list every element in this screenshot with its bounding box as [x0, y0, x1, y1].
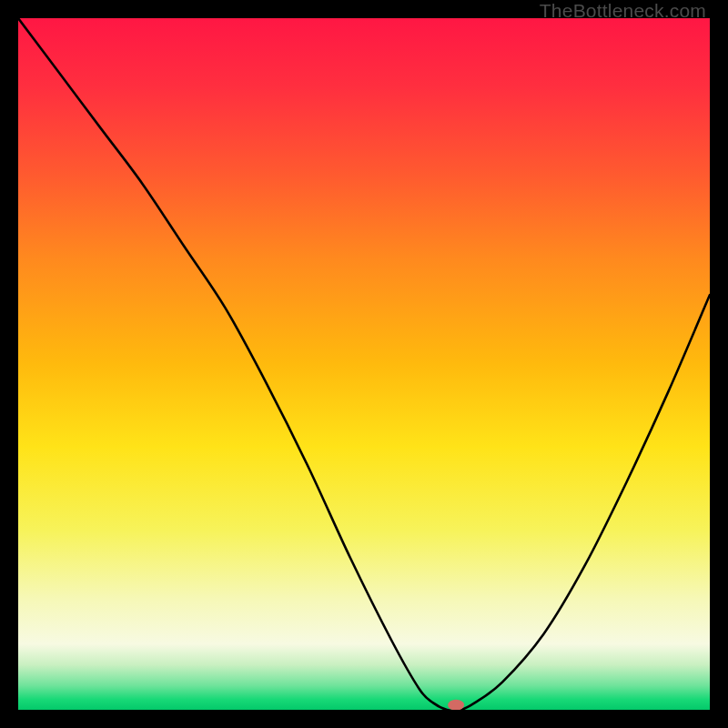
plot-area	[18, 18, 710, 710]
watermark-text: TheBottleneck.com	[540, 0, 706, 22]
bottleneck-curve-chart	[18, 18, 710, 710]
chart-stage: TheBottleneck.com	[0, 0, 728, 728]
gradient-background	[18, 18, 710, 710]
